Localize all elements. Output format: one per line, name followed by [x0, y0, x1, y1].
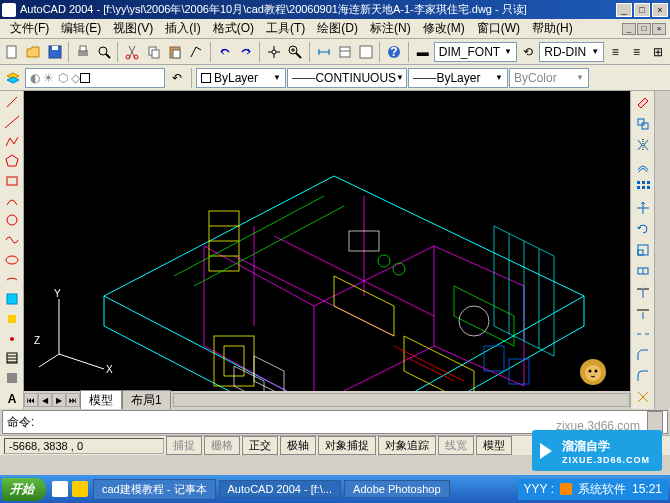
plotstyle-dropdown[interactable]: ByColor▼: [509, 68, 589, 88]
print-icon[interactable]: [73, 41, 93, 63]
layer-manager-icon[interactable]: [2, 67, 24, 89]
array-icon[interactable]: [633, 177, 653, 197]
scale-icon[interactable]: [633, 240, 653, 260]
start-button[interactable]: 开始: [2, 478, 46, 501]
menu-view[interactable]: 视图(V): [107, 18, 159, 39]
arc-icon[interactable]: [2, 191, 22, 210]
toggle-grid[interactable]: 栅格: [204, 436, 240, 455]
mdi-restore[interactable]: □: [637, 23, 651, 35]
linetype-dropdown[interactable]: ─── CONTINUOUS▼: [287, 68, 407, 88]
tab-last-icon[interactable]: ⏭: [66, 393, 80, 407]
copy-icon[interactable]: [144, 41, 164, 63]
text-icon[interactable]: A: [2, 388, 22, 407]
match-icon[interactable]: [186, 41, 206, 63]
mirror-icon[interactable]: [633, 135, 653, 155]
drawing-canvas[interactable]: X Y Z ⏮ ◀ ▶ ⏭ 模型 布局1: [24, 91, 630, 409]
tab-prev-icon[interactable]: ◀: [38, 393, 52, 407]
clock[interactable]: 15:21: [632, 482, 662, 496]
point-icon[interactable]: [2, 329, 22, 348]
task-notepad[interactable]: cad建模教程 - 记事本: [93, 479, 216, 500]
tab-next-icon[interactable]: ▶: [52, 393, 66, 407]
menu-window[interactable]: 窗口(W): [471, 18, 526, 39]
close-button[interactable]: ×: [652, 3, 668, 17]
toggle-ortho[interactable]: 正交: [242, 436, 278, 455]
help-icon[interactable]: ?: [384, 41, 404, 63]
quicklaunch-ie-icon[interactable]: [52, 481, 68, 497]
zoom-icon[interactable]: [285, 41, 305, 63]
copy-obj-icon[interactable]: [633, 114, 653, 134]
menu-help[interactable]: 帮助(H): [526, 18, 579, 39]
tb-extra3-icon[interactable]: ⊞: [648, 41, 668, 63]
menu-modify[interactable]: 修改(M): [417, 18, 471, 39]
menu-tools[interactable]: 工具(T): [260, 18, 311, 39]
hscrollbar[interactable]: [173, 393, 630, 407]
layer-prev-icon[interactable]: ↶: [166, 67, 188, 89]
quicklaunch-folder-icon[interactable]: [72, 481, 88, 497]
tray-icon[interactable]: [560, 483, 572, 495]
cut-icon[interactable]: [122, 41, 142, 63]
chamfer-icon[interactable]: [633, 345, 653, 365]
erase-icon[interactable]: [633, 93, 653, 113]
task-autocad[interactable]: AutoCAD 2004 - [f:\...: [219, 480, 342, 498]
rectangle-icon[interactable]: [2, 172, 22, 191]
menu-insert[interactable]: 插入(I): [159, 18, 206, 39]
tb-extra1-icon[interactable]: ≡: [605, 41, 625, 63]
layer-dropdown[interactable]: ◐ ☀ ⬡ ◇: [25, 68, 165, 88]
trim-icon[interactable]: [633, 282, 653, 302]
menu-file[interactable]: 文件(F): [4, 18, 55, 39]
tab-first-icon[interactable]: ⏮: [24, 393, 38, 407]
menu-edit[interactable]: 编辑(E): [55, 18, 107, 39]
dim-icon[interactable]: ▬: [413, 41, 433, 63]
minimize-button[interactable]: _: [616, 3, 632, 17]
dim-linear-icon[interactable]: [313, 41, 333, 63]
move-icon[interactable]: [633, 198, 653, 218]
preview-icon[interactable]: [94, 41, 114, 63]
spline-icon[interactable]: [2, 231, 22, 250]
circle-icon[interactable]: [2, 211, 22, 230]
tab-model[interactable]: 模型: [80, 390, 122, 410]
tab-layout1[interactable]: 布局1: [122, 390, 171, 410]
properties-icon[interactable]: [335, 41, 355, 63]
break-icon[interactable]: [633, 324, 653, 344]
rd-dim-dropdown[interactable]: RD-DIN▼: [539, 42, 604, 62]
dim-style-dropdown[interactable]: DIM_FONT▼: [434, 42, 517, 62]
xline-icon[interactable]: [2, 113, 22, 132]
fillet-icon[interactable]: [633, 366, 653, 386]
offset-icon[interactable]: [633, 156, 653, 176]
toggle-snap[interactable]: 捕捉: [166, 436, 202, 455]
lineweight-dropdown[interactable]: ─── ByLayer▼: [408, 68, 508, 88]
color-dropdown[interactable]: ByLayer▼: [196, 68, 286, 88]
menu-format[interactable]: 格式(O): [207, 18, 260, 39]
rotate-icon[interactable]: [633, 219, 653, 239]
polygon-icon[interactable]: [2, 152, 22, 171]
pline-icon[interactable]: [2, 132, 22, 151]

toggle-polar[interactable]: 极轴: [280, 436, 316, 455]
dc-icon[interactable]: [356, 41, 376, 63]
undo-icon[interactable]: [214, 41, 234, 63]
region-icon[interactable]: [2, 369, 22, 388]
toggle-lwt[interactable]: 线宽: [438, 436, 474, 455]
explode-icon[interactable]: [633, 387, 653, 407]
menu-dimension[interactable]: 标注(N): [364, 18, 417, 39]
mdi-minimize[interactable]: _: [622, 23, 636, 35]
extend-icon[interactable]: [633, 303, 653, 323]
stretch-icon[interactable]: [633, 261, 653, 281]
insert-icon[interactable]: [2, 290, 22, 309]
new-icon[interactable]: [2, 41, 22, 63]
mdi-close[interactable]: ×: [652, 23, 666, 35]
pan-icon[interactable]: [264, 41, 284, 63]
save-icon[interactable]: [45, 41, 65, 63]
open-icon[interactable]: [23, 41, 43, 63]
task-photoshop[interactable]: Adobe Photoshop: [344, 480, 449, 498]
menu-draw[interactable]: 绘图(D): [311, 18, 364, 39]
line-icon[interactable]: [2, 93, 22, 112]
ellipse-icon[interactable]: [2, 251, 22, 270]
maximize-button[interactable]: □: [634, 3, 650, 17]
tb-extra2-icon[interactable]: ≡: [626, 41, 646, 63]
toggle-model[interactable]: 模型: [476, 436, 512, 455]
toggle-otrack[interactable]: 对象追踪: [378, 436, 436, 455]
block-icon[interactable]: [2, 310, 22, 329]
system-tray[interactable]: YYY : 系统软件 15:21: [518, 479, 669, 500]
redo-icon[interactable]: [236, 41, 256, 63]
coordinates[interactable]: -5668, 3838 , 0: [4, 438, 164, 454]
